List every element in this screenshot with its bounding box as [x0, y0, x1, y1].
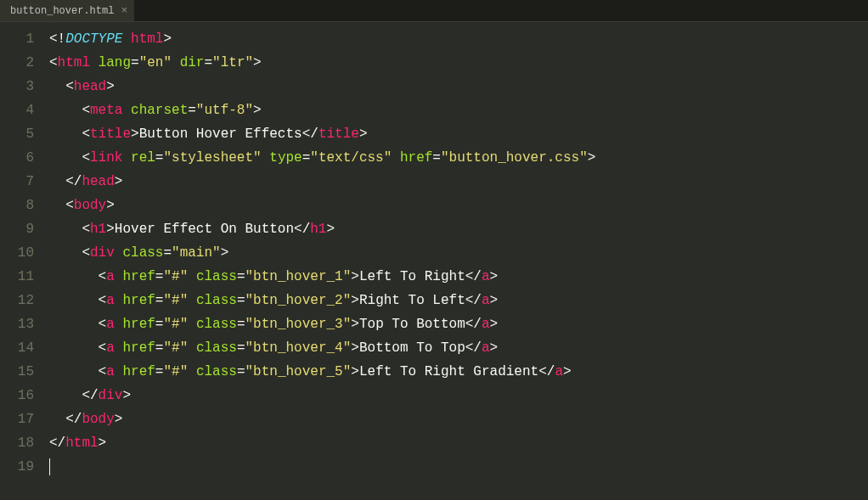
code-line: <!DOCTYPE html>	[49, 27, 868, 51]
line-number: 8	[0, 194, 34, 217]
code-line: <meta charset="utf-8">	[49, 98, 868, 122]
code-line: </div>	[49, 384, 868, 407]
code-line: <a href="#" class="btn_hover_5">Left To …	[49, 360, 868, 384]
code-line	[49, 455, 868, 479]
line-number: 18	[0, 431, 34, 455]
code-line: <a href="#" class="btn_hover_3">Top To B…	[49, 312, 868, 336]
line-number-gutter: 12345678910111213141516171819	[0, 22, 44, 500]
line-number: 3	[0, 75, 34, 98]
line-number: 16	[0, 384, 34, 407]
tab-filename: button_hover.html	[10, 5, 114, 17]
code-line: <link rel="stylesheet" type="text/css" h…	[49, 146, 868, 170]
code-area[interactable]: <!DOCTYPE html><html lang="en" dir="ltr"…	[44, 22, 868, 500]
line-number: 1	[0, 27, 34, 51]
code-line: <a href="#" class="btn_hover_2">Right To…	[49, 289, 868, 312]
code-line: </head>	[49, 170, 868, 194]
line-number: 12	[0, 289, 34, 312]
tab-bar: button_hover.html ×	[0, 0, 868, 22]
line-number: 10	[0, 241, 34, 265]
editor: 12345678910111213141516171819 <!DOCTYPE …	[0, 22, 868, 500]
line-number: 7	[0, 170, 34, 194]
code-line: <body>	[49, 194, 868, 217]
line-number: 6	[0, 146, 34, 170]
code-line: <title>Button Hover Effects</title>	[49, 122, 868, 146]
code-line: <head>	[49, 75, 868, 98]
line-number: 17	[0, 407, 34, 431]
line-number: 9	[0, 217, 34, 241]
line-number: 4	[0, 98, 34, 122]
line-number: 19	[0, 455, 34, 479]
code-line: </html>	[49, 431, 868, 455]
code-line: <a href="#" class="btn_hover_1">Left To …	[49, 265, 868, 289]
line-number: 2	[0, 51, 34, 75]
code-line: <html lang="en" dir="ltr">	[49, 51, 868, 75]
line-number: 14	[0, 336, 34, 360]
tab-button-hover[interactable]: button_hover.html ×	[0, 0, 135, 21]
code-line: <h1>Hover Effect On Button</h1>	[49, 217, 868, 241]
code-line: <div class="main">	[49, 241, 868, 265]
line-number: 11	[0, 265, 34, 289]
code-line: <a href="#" class="btn_hover_4">Bottom T…	[49, 336, 868, 360]
line-number: 15	[0, 360, 34, 384]
close-icon[interactable]: ×	[121, 5, 127, 16]
line-number: 5	[0, 122, 34, 146]
code-line: </body>	[49, 407, 868, 431]
line-number: 13	[0, 312, 34, 336]
